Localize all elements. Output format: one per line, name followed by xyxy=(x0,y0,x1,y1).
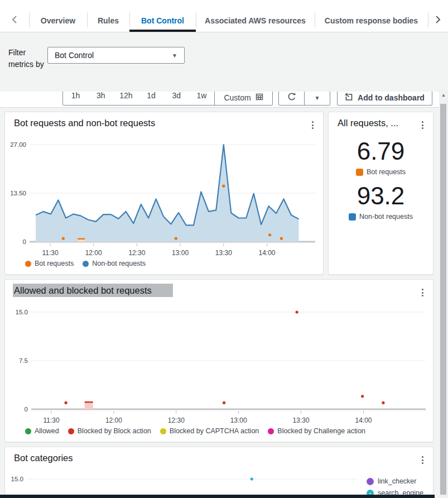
legend-dot-red xyxy=(68,428,74,434)
selected-title-text: Allowed and blocked bot requests xyxy=(13,284,173,297)
kebab-menu-icon[interactable] xyxy=(307,119,317,131)
refresh-button[interactable] xyxy=(279,92,304,105)
legend-dot-purple xyxy=(367,478,374,485)
caret-down-icon: ▼ xyxy=(315,95,320,101)
svg-text:14:00: 14:00 xyxy=(258,249,275,257)
refresh-icon xyxy=(287,92,296,103)
refresh-control: ▼ xyxy=(278,92,330,106)
range-custom-button[interactable]: Custom xyxy=(214,92,272,105)
range-3d-button[interactable]: 3d xyxy=(164,92,189,105)
svg-text:13:30: 13:30 xyxy=(293,416,310,424)
range-1d-button[interactable]: 1d xyxy=(139,92,164,105)
legend-item-link-checker[interactable]: link_checker xyxy=(367,477,423,485)
non-bot-requests-metric: 93.2 Non-bot requests xyxy=(329,184,433,221)
tabs-scroll-right-button[interactable] xyxy=(428,0,448,32)
calendar-icon xyxy=(256,93,263,102)
tab-overview[interactable]: Overview xyxy=(29,0,87,32)
svg-text:15.0: 15.0 xyxy=(16,309,28,315)
chart-legend: Bot requests Non-bot requests xyxy=(25,260,146,267)
chevron-right-icon xyxy=(435,15,441,26)
legend-item-non-bot-requests[interactable]: Non-bot requests xyxy=(83,260,146,267)
range-1h-button[interactable]: 1h xyxy=(63,92,88,105)
kebab-menu-icon[interactable] xyxy=(417,454,427,466)
legend-item-blocked-block[interactable]: Blocked by Block action xyxy=(68,427,151,435)
tab-overview-label: Overview xyxy=(41,16,75,25)
svg-text:11:30: 11:30 xyxy=(42,249,58,257)
legend-label: Allowed xyxy=(35,427,59,435)
svg-text:12:30: 12:30 xyxy=(168,416,185,424)
allowed-blocked-chart: 15.07.5011:3012:0012:3013:0013:3014:00 xyxy=(5,300,434,426)
bot-requests-metric: 6.79 Bot requests xyxy=(329,139,433,176)
svg-text:0: 0 xyxy=(25,406,28,413)
scrollbar-up-arrow[interactable]: ▲ xyxy=(439,89,448,100)
svg-text:12:00: 12:00 xyxy=(85,249,102,257)
tab-associated-aws-resources-label: Associated AWS resources xyxy=(205,16,306,25)
legend-square-blue xyxy=(349,213,356,221)
bottom-dark-bar xyxy=(0,495,435,498)
panel-title: Allowed and blocked bot requests xyxy=(14,285,173,296)
chart-legend: Allowed Blocked by Block action Blocked … xyxy=(25,427,365,435)
legend-item-non-bot-requests[interactable]: Non-bot requests xyxy=(329,213,433,221)
range-3h-button[interactable]: 3h xyxy=(88,92,113,105)
triangle-up-icon: ▲ xyxy=(441,93,446,98)
svg-text:7.5: 7.5 xyxy=(19,357,28,364)
chevron-left-icon xyxy=(12,15,17,26)
tab-associated-aws-resources[interactable]: Associated AWS resources xyxy=(196,0,315,32)
svg-text:13:00: 13:00 xyxy=(172,249,189,257)
legend-label: Blocked by CAPTCHA action xyxy=(170,427,259,435)
legend-item-allowed[interactable]: Allowed xyxy=(25,427,59,435)
bot-categories-panel: Bot categories 15.0 link_checker ⌄ searc… xyxy=(4,447,433,498)
legend-dot-orange xyxy=(25,261,31,267)
svg-text:15.0: 15.0 xyxy=(11,476,23,482)
panel-title: Bot requests and non-bot requests xyxy=(14,118,155,128)
legend-label: Non-bot requests xyxy=(92,260,146,267)
legend-label: Non-bot requests xyxy=(359,213,413,221)
vertical-scrollbar[interactable]: ▲ xyxy=(439,89,448,498)
legend-dot-magenta xyxy=(268,428,274,434)
bot-requests-chart-panel: Bot requests and non-bot requests 27.001… xyxy=(4,112,324,275)
bot-requests-value: 6.79 xyxy=(329,139,433,164)
legend-item-blocked-captcha[interactable]: Blocked by CAPTCHA action xyxy=(160,427,259,435)
scrollbar-thumb[interactable] xyxy=(440,104,446,495)
svg-text:14:00: 14:00 xyxy=(355,416,372,424)
refresh-options-button[interactable]: ▼ xyxy=(304,92,330,105)
filter-metrics-by-label: Filter metrics by xyxy=(8,47,44,70)
legend-label: Bot requests xyxy=(35,260,74,267)
tab-bar: Overview Rules Bot Control Associated AW… xyxy=(0,0,448,32)
chevron-down-icon: ⌄ xyxy=(368,490,373,495)
filter-dropdown-value: Bot Control xyxy=(55,51,172,60)
bot-requests-chart: 27.0013.50011:3012:0012:3013:0013:3014:0… xyxy=(5,132,324,258)
panel-title: Bot categories xyxy=(14,453,73,463)
legend-label: Bot requests xyxy=(367,168,406,176)
tab-bot-control-label: Bot Control xyxy=(141,16,184,25)
add-to-dashboard-label: Add to dashboard xyxy=(358,93,425,102)
add-to-dashboard-button[interactable]: Add to dashboard xyxy=(337,92,432,106)
legend-dot-yellow xyxy=(160,428,166,434)
legend-item-bot-requests[interactable]: Bot requests xyxy=(25,260,74,267)
chart-toolbar: 1h 3h 12h 1d 3d 1w Custom xyxy=(0,92,440,108)
tabs-scroll-left-button[interactable] xyxy=(0,0,29,32)
tab-rules[interactable]: Rules xyxy=(87,0,129,32)
legend-label: Blocked by Block action xyxy=(78,427,151,435)
legend-label: link_checker xyxy=(378,477,416,485)
svg-text:12:30: 12:30 xyxy=(128,249,145,257)
filter-metrics-dropdown[interactable]: Bot Control ▼ xyxy=(47,47,185,64)
legend-dot-blue xyxy=(83,261,89,267)
svg-text:27.00: 27.00 xyxy=(10,141,26,148)
svg-text:13:00: 13:00 xyxy=(230,416,247,424)
svg-text:11:30: 11:30 xyxy=(43,416,59,424)
tab-bot-control[interactable]: Bot Control xyxy=(129,0,196,32)
all-requests-panel: All requests, ... 6.79 Bot requests 93.2… xyxy=(328,112,433,275)
kebab-menu-icon[interactable] xyxy=(417,287,427,298)
range-custom-label: Custom xyxy=(224,93,251,102)
svg-text:13:30: 13:30 xyxy=(215,249,232,257)
tab-custom-response-bodies[interactable]: Custom response bodies xyxy=(315,0,428,32)
add-to-dashboard-icon xyxy=(345,93,353,103)
allowed-blocked-chart-panel: Allowed and blocked bot requests 15.07.5… xyxy=(4,279,433,442)
legend-item-bot-requests[interactable]: Bot requests xyxy=(329,168,433,176)
range-12h-button[interactable]: 12h xyxy=(113,92,138,105)
svg-text:13.50: 13.50 xyxy=(10,190,26,197)
range-1w-button[interactable]: 1w xyxy=(189,92,214,105)
kebab-menu-icon[interactable] xyxy=(417,119,427,131)
legend-item-blocked-challenge[interactable]: Blocked by Challenge action xyxy=(268,427,365,435)
